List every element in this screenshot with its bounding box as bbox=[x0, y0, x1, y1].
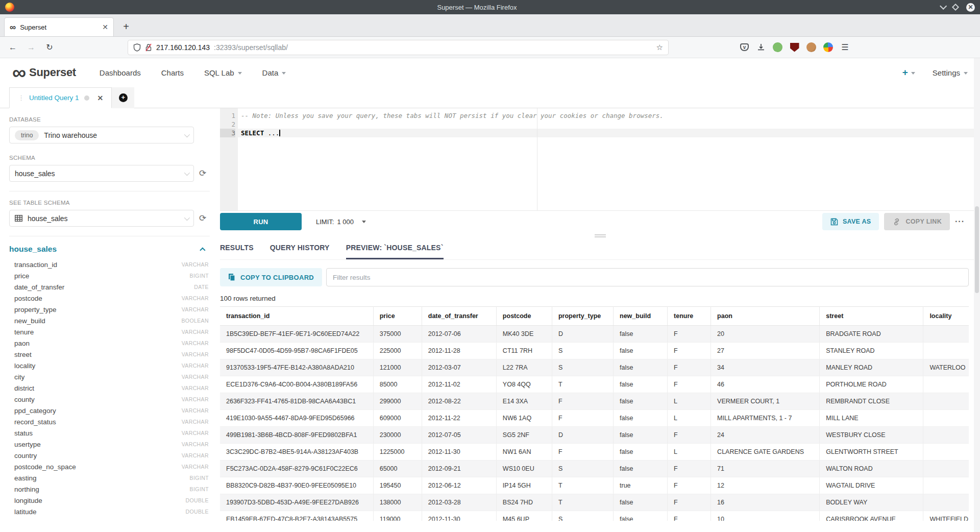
column-item[interactable]: districtVARCHAR bbox=[9, 382, 210, 394]
page-scrollbar[interactable] bbox=[974, 58, 980, 532]
column-header[interactable]: new_build bbox=[614, 307, 668, 326]
column-item[interactable]: paonVARCHAR bbox=[9, 337, 210, 349]
column-item[interactable]: cityVARCHAR bbox=[9, 371, 210, 382]
column-header[interactable]: paon bbox=[711, 307, 820, 326]
table-cell: PORTHOLME ROAD bbox=[820, 376, 923, 393]
add-query-tab-button[interactable]: + bbox=[112, 87, 134, 108]
column-item[interactable]: northingBIGINT bbox=[9, 483, 210, 495]
close-query-tab-icon[interactable]: ✕ bbox=[97, 94, 104, 102]
column-item[interactable]: postcode_no_spaceVARCHAR bbox=[9, 461, 210, 472]
nav-item-dashboards[interactable]: Dashboards bbox=[100, 68, 141, 77]
column-header[interactable]: property_type bbox=[552, 307, 613, 326]
add-new-button[interactable]: + bbox=[902, 67, 915, 78]
column-type: DOUBLE bbox=[185, 509, 209, 515]
column-item[interactable]: record_statusVARCHAR bbox=[9, 416, 210, 427]
column-header[interactable]: price bbox=[373, 307, 422, 326]
cookie-extension-icon[interactable] bbox=[806, 42, 816, 52]
table-cell: F5C273AC-0D2A-458F-8279-9C61F0C22EC6 bbox=[220, 461, 373, 477]
column-item[interactable]: longitudeDOUBLE bbox=[9, 495, 210, 506]
column-header[interactable]: locality bbox=[923, 307, 969, 326]
column-item[interactable]: tenureVARCHAR bbox=[9, 326, 210, 337]
scrollbar-thumb[interactable] bbox=[975, 206, 979, 293]
privacy-badger-icon[interactable] bbox=[773, 42, 782, 52]
table-cell: F bbox=[668, 427, 711, 444]
back-icon[interactable]: ← bbox=[6, 43, 19, 52]
url-bar[interactable]: 217.160.120.143:32393/superset/sqllab/ ☆ bbox=[128, 40, 669, 55]
refresh-tables-icon[interactable]: ⟳ bbox=[199, 213, 206, 224]
column-header[interactable]: transaction_id bbox=[220, 307, 373, 326]
nav-item-sql-lab[interactable]: SQL Lab bbox=[204, 68, 242, 77]
column-header[interactable]: postcode bbox=[496, 307, 552, 326]
menu-icon[interactable]: ☰ bbox=[840, 42, 850, 52]
results-tab-results[interactable]: RESULTS bbox=[220, 244, 254, 259]
save-as-button[interactable]: SAVE AS bbox=[822, 213, 879, 230]
browser-tab[interactable]: ∞ Superset ✕ bbox=[4, 17, 114, 36]
schema-select[interactable]: house_sales bbox=[9, 165, 194, 182]
chevron-down-icon bbox=[184, 131, 190, 137]
copy-to-clipboard-button[interactable]: COPY TO CLIPBOARD bbox=[220, 268, 322, 286]
table-cell: T bbox=[552, 494, 613, 511]
superset-brand[interactable]: ∞ Superset bbox=[12, 65, 76, 80]
close-tab-icon[interactable]: ✕ bbox=[102, 23, 108, 31]
table-cell: 98F5DC47-0D05-4D59-95B7-98CA6F1FDE05 bbox=[220, 343, 373, 359]
run-button[interactable]: RUN bbox=[220, 213, 302, 230]
column-item[interactable]: new_buildBOOLEAN bbox=[9, 315, 210, 326]
table-cell: false bbox=[614, 343, 668, 359]
refresh-schemas-icon[interactable]: ⟳ bbox=[199, 168, 206, 179]
ublock-icon[interactable] bbox=[790, 42, 799, 52]
drag-handle-icon[interactable]: ⋮ bbox=[18, 94, 24, 102]
maximize-icon[interactable] bbox=[952, 4, 959, 11]
results-tab-preview[interactable]: PREVIEW: `HOUSE_SALES` bbox=[346, 244, 444, 259]
more-options-button[interactable]: ··· bbox=[955, 217, 965, 226]
column-item[interactable]: statusVARCHAR bbox=[9, 427, 210, 439]
copy-link-button[interactable]: COPY LINK bbox=[884, 213, 950, 230]
column-header[interactable]: tenure bbox=[668, 307, 711, 326]
column-header[interactable]: street bbox=[820, 307, 923, 326]
table-cell: 121000 bbox=[373, 359, 422, 376]
nav-item-data[interactable]: Data bbox=[262, 68, 286, 77]
column-item[interactable]: property_typeVARCHAR bbox=[9, 304, 210, 315]
column-item[interactable]: date_of_transferDATE bbox=[9, 281, 210, 293]
table-select[interactable]: house_sales bbox=[9, 210, 194, 227]
sql-editor[interactable]: 123 -- Note: Unless you save your query,… bbox=[220, 108, 980, 210]
column-item[interactable]: countyVARCHAR bbox=[9, 394, 210, 405]
table-cell bbox=[923, 427, 969, 444]
column-item[interactable]: latitudeDOUBLE bbox=[9, 506, 210, 517]
column-type: VARCHAR bbox=[182, 295, 209, 301]
extension-asterisk-icon[interactable] bbox=[823, 42, 833, 52]
query-tab[interactable]: ⋮ Untitled Query 1 ✕ bbox=[9, 87, 112, 108]
collapse-chevron-icon[interactable] bbox=[200, 247, 205, 253]
table-title[interactable]: house_sales bbox=[9, 245, 57, 254]
reload-icon[interactable]: ↻ bbox=[43, 42, 56, 52]
insecure-lock-icon[interactable] bbox=[145, 43, 152, 52]
column-header[interactable]: date_of_transfer bbox=[422, 307, 496, 326]
results-table-container[interactable]: transaction_idpricedate_of_transferpostc… bbox=[220, 306, 980, 521]
settings-menu[interactable]: Settings bbox=[933, 68, 968, 77]
results-tab-query-history[interactable]: QUERY HISTORY bbox=[270, 244, 330, 259]
table-header-row: transaction_idpricedate_of_transferpostc… bbox=[220, 307, 969, 326]
tracking-shield-icon[interactable] bbox=[133, 43, 141, 52]
nav-item-charts[interactable]: Charts bbox=[161, 68, 184, 77]
resize-grip[interactable] bbox=[220, 232, 980, 239]
download-icon[interactable] bbox=[756, 42, 766, 52]
new-tab-button[interactable]: + bbox=[118, 18, 134, 35]
column-item[interactable]: postcodeVARCHAR bbox=[9, 293, 210, 304]
database-select[interactable]: trino Trino warehouse bbox=[9, 127, 194, 143]
column-item[interactable]: transaction_idVARCHAR bbox=[9, 259, 210, 270]
bookmark-star-icon[interactable]: ☆ bbox=[656, 43, 663, 52]
limit-dropdown[interactable]: LIMIT: 1 000 bbox=[316, 218, 366, 226]
editor-code[interactable]: -- Note: Unless you save your query, the… bbox=[238, 108, 980, 210]
column-item[interactable]: streetVARCHAR bbox=[9, 349, 210, 360]
close-window-icon[interactable]: ✕ bbox=[966, 3, 975, 12]
column-item[interactable]: usertypeVARCHAR bbox=[9, 439, 210, 450]
column-item[interactable]: eastingBIGINT bbox=[9, 472, 210, 483]
column-item[interactable]: ppd_categoryVARCHAR bbox=[9, 405, 210, 416]
filter-results-input[interactable] bbox=[326, 268, 969, 286]
table-row: 3C3C29DC-B7B2-4BE5-914A-A38123AF403B1225… bbox=[220, 444, 969, 461]
pocket-icon[interactable]: v bbox=[740, 43, 749, 51]
gutter-line-number: 2 bbox=[220, 120, 235, 129]
column-item[interactable]: localityVARCHAR bbox=[9, 360, 210, 371]
column-item[interactable]: priceBIGINT bbox=[9, 270, 210, 281]
minimize-icon[interactable] bbox=[940, 3, 947, 10]
column-item[interactable]: countryVARCHAR bbox=[9, 450, 210, 461]
